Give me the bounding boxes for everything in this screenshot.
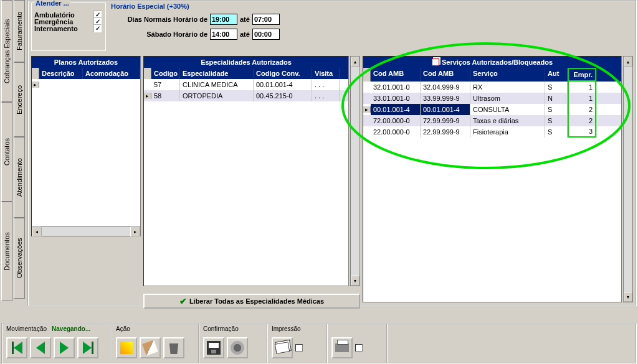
cards-icon: [275, 342, 290, 354]
stop-icon: [231, 341, 244, 355]
nav-next-button[interactable]: [54, 337, 75, 358]
nav-first-button[interactable]: [6, 337, 27, 358]
atender-title: Atender ...: [34, 0, 70, 7]
vtab-cobrancas[interactable]: Cobranças Especiais: [1, 0, 12, 102]
check-icon: ✔: [179, 296, 187, 306]
print-chk[interactable]: [355, 344, 363, 352]
table-row[interactable]: 57CLINICA MEDICA00.01.001-4. . .: [144, 79, 348, 90]
action-new-button[interactable]: [116, 337, 137, 358]
edit-icon: [142, 340, 158, 356]
action-delete-button[interactable]: [163, 337, 184, 358]
arrow-prev-icon: [36, 342, 45, 354]
bb-mov-label: Movimentação: [6, 325, 47, 334]
table-row[interactable]: 32.01.001-032.04.999-9RXS1: [363, 82, 621, 93]
esp-title: Especialidades Autorizados: [144, 57, 348, 68]
time-normal-to[interactable]: 07:00: [252, 14, 280, 25]
serv-h-empr[interactable]: Empr.: [568, 68, 596, 82]
planos-hscroll[interactable]: ◂▸: [32, 226, 140, 236]
bb-conf-label: Confirmação: [203, 325, 263, 334]
panel-especialidades: Especialidades Autorizados Codigo Especi…: [143, 56, 349, 286]
nav-last-button[interactable]: [77, 337, 98, 358]
serv-h-aut[interactable]: Aut: [545, 68, 568, 82]
table-row[interactable]: ▸58ORTOPEDIA00.45.215-0. . .: [144, 90, 348, 101]
planos-h-acomodacao[interactable]: Acomodação: [83, 68, 140, 79]
action-edit-button[interactable]: [140, 337, 161, 358]
planos-h-descricao[interactable]: Descrição: [39, 68, 83, 79]
time-sab-to[interactable]: 00:00: [252, 29, 280, 40]
esp-h-codigo[interactable]: Codigo: [151, 68, 180, 79]
table-row[interactable]: ▸00.01.001-400.01.001-4CONSULTAS2: [363, 104, 621, 115]
copy-icon[interactable]: [432, 58, 439, 66]
confirm-cancel-button[interactable]: [227, 337, 248, 358]
planos-body[interactable]: ▸: [32, 79, 140, 226]
disk-icon: [207, 341, 221, 355]
vtab-documentos[interactable]: Documentos: [1, 202, 12, 301]
ate-1: até: [240, 16, 250, 23]
panel-planos: Planos Autorizados Descrição Acomodação …: [31, 56, 141, 236]
print-preview-chk[interactable]: [295, 344, 303, 352]
vtab-endereco[interactable]: Endereço: [14, 62, 25, 137]
bottom-toolbar: Movimentação Navegando... Ação Confirmaç…: [1, 323, 637, 364]
esp-h-visita[interactable]: Visita: [312, 68, 340, 79]
vtab-faturamento[interactable]: Faturamento: [14, 0, 25, 62]
table-row[interactable]: 72.00.000-072.99.999-9Taxas e diáriasS2: [363, 115, 621, 126]
horario-title: Horário Especial (+30%): [111, 2, 335, 10]
arrow-last-icon: [83, 342, 92, 354]
bb-nav-label: Navegando...: [52, 325, 90, 334]
horario-row1-label: Dias Normais Horário de: [111, 16, 207, 23]
ate-2: até: [240, 30, 250, 38]
vtab-contatos[interactable]: Contatos: [1, 102, 12, 202]
bb-acao-label: Ação: [116, 325, 194, 334]
time-sab-from[interactable]: 14:00: [210, 29, 237, 40]
esp-h-conv[interactable]: Codigo Conv.: [254, 68, 312, 79]
serv-h-cod1[interactable]: Cod AMB: [371, 68, 421, 82]
chk-internamento-label: Internamento: [34, 25, 78, 32]
horario-row2-label: Sábado Horário de: [111, 30, 207, 38]
confirm-save-button[interactable]: [203, 337, 224, 358]
serv-h-servico[interactable]: Serviço: [470, 68, 545, 82]
table-row[interactable]: 22.00.000-022.99.999-9FisioterapiaS3: [363, 126, 621, 138]
serv-body[interactable]: 32.01.001-032.04.999-9RXS133.01.001-033.…: [363, 82, 621, 302]
time-normal-from[interactable]: 19:00: [210, 14, 237, 25]
table-row[interactable]: 33.01.001-033.99.999-9UltrasomN1: [363, 93, 621, 104]
chk-internamento[interactable]: [93, 24, 102, 32]
printer-icon: [335, 343, 349, 352]
bb-imp-label: Impressão: [272, 325, 313, 334]
serv-vscroll[interactable]: ▴▾: [623, 56, 633, 302]
serv-h-cod2[interactable]: Cod AMB: [421, 68, 470, 82]
esp-vscroll[interactable]: ▴ ▾: [350, 56, 360, 286]
print-preview-button[interactable]: [272, 337, 293, 358]
nav-prev-button[interactable]: [30, 337, 51, 358]
print-button[interactable]: [331, 337, 353, 358]
trash-icon: [168, 342, 179, 354]
arrow-next-icon: [60, 342, 69, 354]
panel-servicos: Serviços Autorizados/Bloqueados Cod AMB …: [363, 56, 622, 302]
group-atender: Atender ... Ambulatório Emergência Inter…: [31, 2, 106, 51]
planos-title: Planos Autorizados: [32, 57, 140, 68]
vtab-atendimento[interactable]: Atendimento: [14, 137, 25, 218]
serv-title-text: Serviços Autorizados/Bloqueados: [442, 58, 553, 66]
arrow-first-icon: [14, 342, 22, 354]
new-icon: [120, 342, 133, 354]
group-horario: Horário Especial (+30%) Dias Normais Hor…: [111, 2, 335, 51]
serv-title: Serviços Autorizados/Bloqueados: [363, 57, 621, 68]
btn-liberar-label: Liberar Todas as Especialidades Médicas: [189, 297, 324, 305]
esp-h-esp[interactable]: Especialidade: [180, 68, 254, 79]
esp-body[interactable]: 57CLINICA MEDICA00.01.001-4. . .▸58ORTOP…: [144, 79, 348, 286]
btn-liberar-especialidades[interactable]: ✔ Liberar Todas as Especialidades Médica…: [143, 294, 360, 309]
vtab-observacoes[interactable]: Observações: [14, 218, 25, 299]
bb-spacer: [331, 325, 373, 334]
